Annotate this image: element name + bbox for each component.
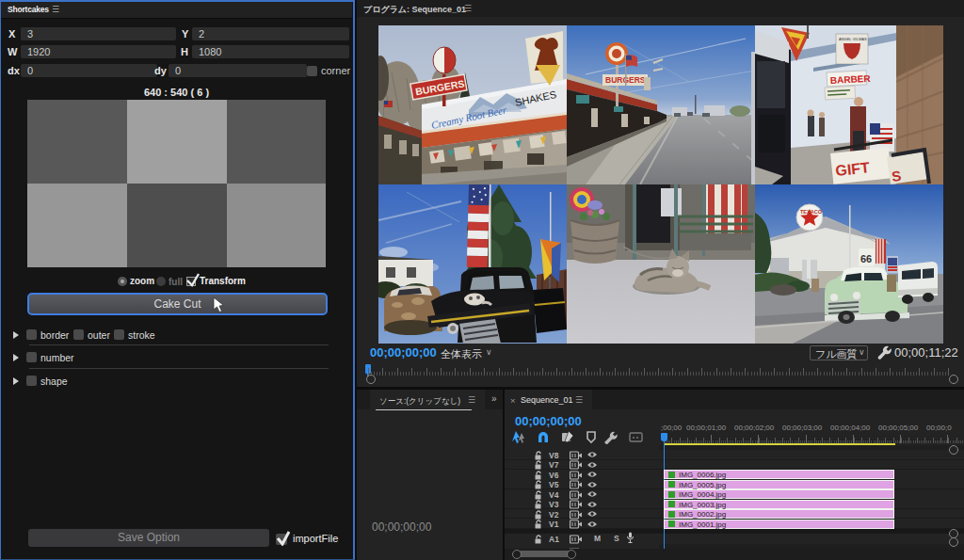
svg-text:ANGEL·VILMAS: ANGEL·VILMAS (839, 37, 867, 41)
svg-text:66: 66 (860, 253, 872, 264)
svg-text:BARBER: BARBER (830, 73, 872, 86)
